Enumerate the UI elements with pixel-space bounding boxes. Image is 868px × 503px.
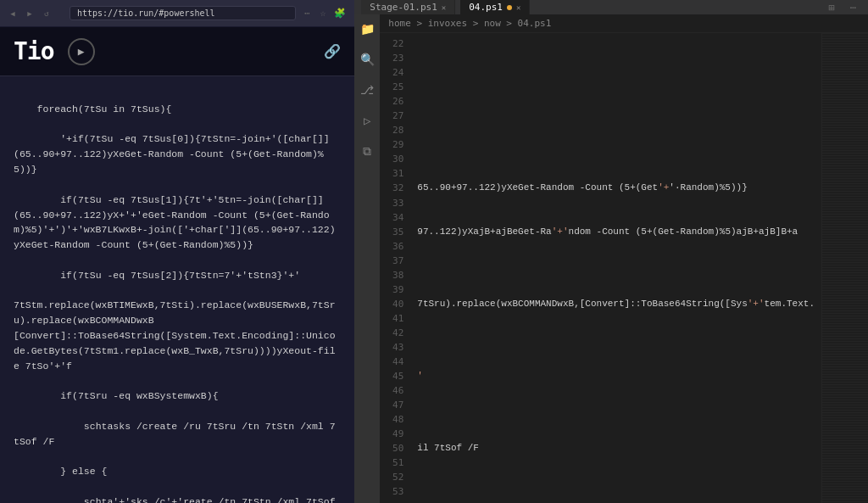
run-button[interactable]: ▶: [68, 38, 95, 65]
more-actions-button[interactable]: ⋯: [845, 2, 861, 14]
line-num: 42: [380, 326, 403, 340]
line-num: 54: [380, 500, 403, 504]
tio-logo: Tio: [14, 37, 54, 65]
line-num: 41: [380, 311, 403, 326]
line-num: 24: [380, 65, 403, 80]
line-num: 35: [380, 225, 403, 239]
breadcrumb-text: home > invoxes > now > 04.ps1: [388, 18, 551, 29]
line-num: 25: [380, 80, 403, 94]
line-num: 22: [380, 36, 403, 51]
code-editor[interactable]: 65..90+97..122)yXeGet-Random -Count (5+(…: [410, 33, 821, 503]
tab-04ps1-close[interactable]: ✕: [516, 3, 520, 12]
play-icon: ▶: [78, 45, 85, 58]
line-num: 30: [380, 152, 403, 166]
tab-stage01[interactable]: Stage-01.ps1 ✕: [361, 0, 455, 14]
tio-code: foreach(7tSu in 7tSus){ '+if(7tSu -eq 7t…: [14, 103, 341, 503]
line-num: 39: [380, 282, 403, 297]
unsaved-dot: [507, 5, 512, 10]
line-num: 52: [380, 470, 403, 484]
line-num: 51: [380, 455, 403, 470]
line-num: 28: [380, 123, 403, 137]
source-control-icon[interactable]: ⎇: [358, 81, 376, 99]
forward-button[interactable]: ▶: [24, 8, 36, 20]
code-line-37: 7tSru).replace(wxBCOMMANDwxB,[Convert]::…: [417, 297, 815, 311]
line-num: 26: [380, 94, 403, 109]
browser-bookmark[interactable]: ☆: [319, 8, 328, 19]
line-num: 43: [380, 340, 403, 355]
line-num: 46: [380, 383, 403, 398]
line-num: 48: [380, 412, 403, 427]
line-num: 31: [380, 166, 403, 181]
tab-stage01-label: Stage-01.ps1: [370, 2, 437, 13]
line-num: 38: [380, 268, 403, 282]
code-line-41: ': [417, 369, 815, 383]
vscode-panel: Stage-01.ps1 ✕ 04.ps1 ✕ ⊞ ⋯ 📁 🔍 ⎇ ▷ ⧉ 👤 …: [354, 0, 868, 503]
breadcrumb: home > invoxes > now > 04.ps1: [380, 14, 868, 33]
vscode-titlebar: Stage-01.ps1 ✕ 04.ps1 ✕ ⊞ ⋯: [354, 0, 868, 14]
line-num: 40: [380, 297, 403, 311]
line-num: 49: [380, 427, 403, 441]
extensions-icon[interactable]: ⧉: [358, 142, 376, 160]
browser-extensions[interactable]: 🧩: [332, 8, 348, 19]
browser-bar: ◀ ▶ ↺ https://tio.run/#powershell ⋯ ☆ 🧩: [0, 0, 354, 27]
line-num: 29: [380, 137, 403, 152]
line-num: 47: [380, 398, 403, 412]
editor-main: home > invoxes > now > 04.ps1 22 23 24 2…: [380, 14, 868, 503]
debug-icon[interactable]: ▷: [358, 111, 376, 130]
line-num: 23: [380, 51, 403, 65]
reload-button[interactable]: ↺: [41, 8, 53, 20]
line-num: 27: [380, 109, 403, 123]
back-button[interactable]: ◀: [7, 8, 19, 20]
code-line-31: 65..90+97..122)yXeGet-Random -Count (5+(…: [417, 181, 815, 195]
tab-04ps1-label: 04.ps1: [469, 2, 503, 13]
search-icon[interactable]: 🔍: [358, 50, 376, 69]
split-editor-button[interactable]: ⊞: [824, 2, 840, 14]
line-num: 34: [380, 210, 403, 225]
tio-header: Tio ▶ 🔗: [0, 27, 354, 76]
address-bar[interactable]: https://tio.run/#powershell: [70, 6, 296, 20]
line-num: 37: [380, 254, 403, 268]
line-num: 32: [380, 181, 403, 195]
line-num: 53: [380, 484, 403, 499]
line-num: 50: [380, 441, 403, 455]
tio-panel: ◀ ▶ ↺ https://tio.run/#powershell ⋯ ☆ 🧩 …: [0, 0, 354, 503]
tio-code-area[interactable]: foreach(7tSu in 7tSus){ '+if(7tSu -eq 7t…: [0, 76, 354, 503]
line-num: 33: [380, 196, 403, 210]
minimap: [821, 33, 868, 503]
explorer-icon[interactable]: 📁: [358, 20, 376, 38]
activity-bar: 📁 🔍 ⎇ ▷ ⧉ 👤 ⚙: [354, 14, 380, 503]
tab-stage01-close[interactable]: ✕: [442, 3, 446, 12]
editor-area: 22 23 24 25 26 27 28 29 30 31 32 33 34 3…: [380, 33, 868, 503]
code-line-45: il 7tSof /F: [417, 441, 815, 455]
browser-menu[interactable]: ⋯: [301, 8, 314, 19]
line-num: 36: [380, 239, 403, 254]
code-line-33: 97..122)yXajB+ajBeGet-Ra'+'ndom -Count (…: [417, 225, 815, 239]
share-link-icon[interactable]: 🔗: [324, 43, 341, 59]
line-numbers: 22 23 24 25 26 27 28 29 30 31 32 33 34 3…: [380, 33, 410, 503]
line-num: 44: [380, 355, 403, 369]
line-num: 45: [380, 369, 403, 383]
tab-04ps1[interactable]: 04.ps1 ✕: [460, 0, 530, 14]
vscode-body: 📁 🔍 ⎇ ▷ ⧉ 👤 ⚙ home > invoxes > now > 04.…: [354, 14, 868, 503]
minimap-content: [822, 33, 868, 503]
